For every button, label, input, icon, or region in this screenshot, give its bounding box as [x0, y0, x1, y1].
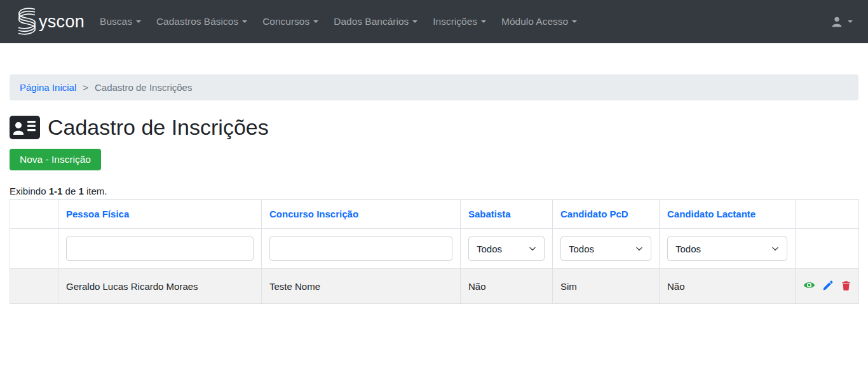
user-icon [830, 15, 844, 29]
menu-dados-bancarios[interactable]: Dados Bancários [326, 11, 425, 32]
breadcrumb: Página Inicial > Cadastro de Inscrições [10, 74, 858, 100]
edit-pencil-icon[interactable] [822, 280, 834, 291]
menu-buscas[interactable]: Buscas [92, 11, 149, 32]
breadcrumb-divider: > [83, 82, 88, 93]
chevron-down-icon [635, 245, 643, 252]
filter-pessoa-fisica-input[interactable] [66, 236, 254, 261]
inscricoes-grid: Pessoa Física Concurso Inscrição Sabatis… [10, 199, 859, 304]
chevron-down-icon [572, 20, 577, 23]
header-concurso-inscricao[interactable]: Concurso Inscrição [262, 200, 461, 229]
chevron-down-icon [529, 245, 536, 252]
chevron-down-icon [412, 20, 417, 23]
chevron-down-icon [848, 20, 853, 23]
cell-serial [10, 269, 58, 304]
table-row: Geraldo Lucas Ricardo Moraes Teste Nome … [10, 269, 859, 304]
header-pessoa-fisica[interactable]: Pessoa Física [58, 200, 262, 229]
header-row: Pessoa Física Concurso Inscrição Sabatis… [10, 200, 859, 229]
chevron-down-icon [481, 20, 486, 23]
filter-actions-cell [796, 229, 859, 269]
address-card-icon [10, 116, 40, 139]
chevron-down-icon [313, 20, 318, 23]
user-menu[interactable] [830, 15, 853, 29]
brand-text: yscon [39, 12, 85, 32]
header-serial [10, 200, 58, 229]
menu-concursos[interactable]: Concursos [255, 11, 326, 32]
header-candidato-lactante[interactable]: Candidato Lactante [660, 200, 796, 229]
breadcrumb-current: Cadastro de Inscrições [95, 82, 192, 93]
cell-candidato-lactante: Não [660, 269, 796, 304]
filter-sabatista-select[interactable]: Todos [468, 236, 545, 261]
view-eye-icon[interactable] [803, 279, 815, 291]
cell-pessoa-fisica: Geraldo Lucas Ricardo Moraes [58, 269, 262, 304]
brand-s-logo-icon [15, 8, 38, 36]
header-sabatista[interactable]: Sabatista [461, 200, 553, 229]
cell-sabatista: Não [461, 269, 553, 304]
filter-pcd-select[interactable]: Todos [560, 236, 651, 261]
breadcrumb-home-link[interactable]: Página Inicial [20, 82, 76, 93]
grid-summary: Exibindo 1-1 de 1 item. [10, 186, 858, 196]
cell-actions [796, 269, 859, 304]
header-candidato-pcd[interactable]: Candidato PcD [553, 200, 660, 229]
delete-trash-icon[interactable] [841, 280, 851, 291]
brand-logo[interactable]: yscon [15, 8, 85, 36]
top-navbar: yscon Buscas Cadastros Básicos Concursos… [0, 0, 868, 43]
chevron-down-icon [136, 20, 141, 23]
menu-modulo-acesso[interactable]: Módulo Acesso [494, 11, 585, 32]
filter-lactante-select[interactable]: Todos [667, 236, 787, 261]
main-menu: Buscas Cadastros Básicos Concursos Dados… [92, 11, 585, 32]
filter-row: Todos Todos Todos [10, 229, 859, 269]
new-inscricao-button[interactable]: Nova - Inscrição [10, 149, 101, 170]
menu-cadastros-basicos[interactable]: Cadastros Básicos [149, 11, 255, 32]
cell-candidato-pcd: Sim [553, 269, 660, 304]
header-actions [796, 200, 859, 229]
filter-empty-cell [10, 229, 58, 269]
chevron-down-icon [771, 245, 779, 252]
page-content: Página Inicial > Cadastro de Inscrições … [0, 74, 868, 304]
page-header: Cadastro de Inscrições [10, 115, 858, 140]
menu-inscricoes[interactable]: Inscrições [425, 11, 494, 32]
page-title: Cadastro de Inscrições [48, 115, 269, 140]
chevron-down-icon [242, 20, 247, 23]
filter-concurso-input[interactable] [269, 236, 452, 261]
cell-concurso-inscricao: Teste Nome [262, 269, 461, 304]
